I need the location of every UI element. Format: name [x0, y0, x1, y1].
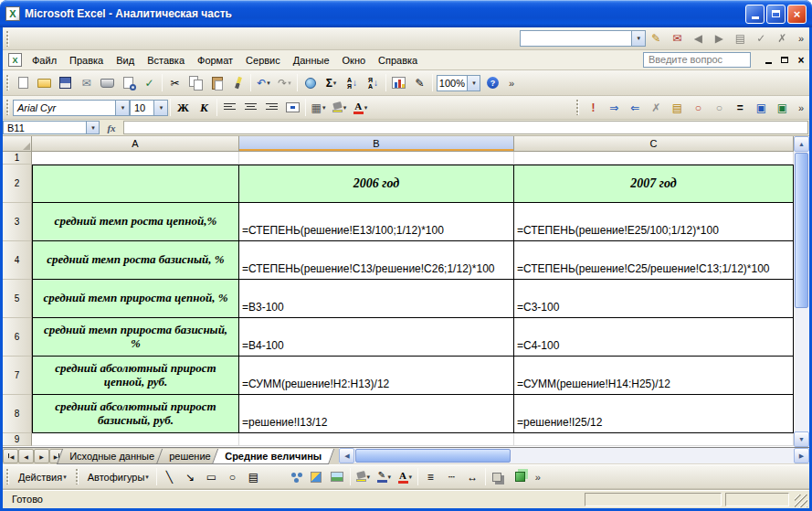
cell-B1[interactable]	[239, 152, 514, 165]
help-button[interactable]: ?	[482, 73, 503, 93]
trace-precedents-button[interactable]: ⇒	[604, 98, 625, 118]
scroll-right-button[interactable]: ▶	[794, 448, 809, 463]
cell-C3[interactable]: =СТЕПЕНЬ(решение!E25/100;1/12)*100	[514, 203, 794, 241]
cell-C1[interactable]	[514, 152, 794, 165]
open-button[interactable]	[34, 73, 55, 93]
toolbar-grip[interactable]	[6, 469, 9, 484]
new-comment-button[interactable]: ▤	[667, 98, 688, 118]
column-header-c[interactable]: C	[514, 136, 794, 152]
close-button[interactable]: ×	[787, 5, 807, 24]
watch-window-button[interactable]: ▣	[751, 98, 772, 118]
sort-descending-button[interactable]: ЯА ↓	[363, 73, 384, 93]
trace-dependents-button[interactable]: ⇐	[625, 98, 646, 118]
row-header-2[interactable]: 2	[3, 165, 32, 203]
update-file-button[interactable]: ✓	[751, 28, 772, 48]
line-color-button[interactable]: ✎▾	[374, 467, 395, 487]
bold-button[interactable]: Ж	[173, 98, 194, 118]
minimize-button[interactable]	[745, 5, 765, 24]
chart-wizard-button[interactable]	[388, 73, 409, 93]
align-center-button[interactable]	[240, 98, 261, 118]
font-dropdown-button[interactable]: ▾	[115, 101, 129, 115]
cell-B4[interactable]: =СТЕПЕНЬ(решение!C13/решение!C26;1/12)*1…	[239, 241, 514, 280]
line-tool-button[interactable]: ╲	[159, 467, 180, 487]
toolbar-grip[interactable]	[76, 469, 79, 484]
font-color-button[interactable]: А▾	[350, 98, 371, 118]
mail-recipient-button[interactable]: ✉	[667, 28, 688, 48]
horizontal-scrollbar[interactable]: ◀ ▶	[339, 448, 809, 463]
paste-button[interactable]	[206, 73, 227, 93]
copy-button[interactable]	[185, 73, 206, 93]
cell-C9[interactable]	[514, 433, 794, 446]
rectangle-tool-button[interactable]: ▭	[201, 467, 222, 487]
restore-button[interactable]	[766, 5, 786, 24]
hyperlink-button[interactable]	[300, 73, 321, 93]
toolbar-grip[interactable]	[6, 100, 9, 115]
cell-A7[interactable]: средний абсолютный прирост цепной, руб.	[32, 357, 239, 395]
save-button[interactable]	[55, 73, 76, 93]
cell-C5[interactable]: =C3-100	[514, 280, 794, 318]
insert-function-button[interactable]: fx	[100, 121, 123, 134]
wordart-button[interactable]	[264, 467, 285, 487]
column-header-a[interactable]: A	[32, 136, 239, 152]
dash-style-button[interactable]: ┄	[441, 467, 462, 487]
row-header-5[interactable]: 5	[3, 280, 32, 318]
toolbar-options-chevron[interactable]: »	[793, 33, 809, 44]
end-review-button[interactable]: ✗	[772, 28, 793, 48]
error-checking-button[interactable]: !	[583, 98, 604, 118]
cell-A6[interactable]: средний темп прироста базисный, %	[32, 318, 239, 357]
fill-color-button[interactable]: ▾	[353, 467, 374, 487]
format-painter-button[interactable]	[227, 73, 248, 93]
cell-B2[interactable]: 2006 год	[239, 165, 514, 203]
insert-picture-button[interactable]	[327, 467, 348, 487]
show-comment-button[interactable]: ▤	[730, 28, 751, 48]
reviewing-combobox[interactable]: ▾	[520, 30, 646, 47]
horizontal-scroll-thumb[interactable]	[355, 449, 511, 463]
cell-B5[interactable]: =B3-100	[239, 280, 514, 318]
circle-invalid-data-button[interactable]: ○	[688, 98, 709, 118]
cell-B9[interactable]	[239, 433, 514, 446]
cell-B6[interactable]: =B4-100	[239, 318, 514, 357]
borders-button[interactable]: ▦▾	[308, 98, 329, 118]
row-header-9[interactable]: 9	[3, 433, 32, 446]
toolbar-grip[interactable]	[6, 75, 9, 90]
horizontal-scroll-track[interactable]	[354, 448, 794, 463]
cell-A3[interactable]: средний темп роста цепной,%	[32, 203, 239, 241]
combobox-dropdown-button[interactable]: ▾	[631, 31, 645, 46]
workbook-close-button[interactable]: ×	[794, 54, 808, 67]
draw-actions-button[interactable]: Действия▾	[13, 467, 72, 486]
cell-C2[interactable]: 2007 год	[514, 165, 794, 203]
new-document-button[interactable]	[13, 73, 34, 93]
print-button[interactable]	[97, 73, 118, 93]
font-color-button[interactable]: А▾	[395, 467, 416, 487]
clear-validation-circles-button[interactable]: ○	[709, 98, 730, 118]
line-style-button[interactable]: ≡	[420, 467, 441, 487]
font-size-combobox[interactable]: 10 ▾	[130, 100, 168, 116]
name-box-dropdown-button[interactable]: ▾	[86, 122, 99, 133]
cut-button[interactable]: ✂	[164, 73, 185, 93]
cell-A4[interactable]: средний темп роста базисный, %	[32, 241, 239, 280]
previous-comment-button[interactable]: ◀	[688, 28, 709, 48]
scroll-left-button[interactable]: ◀	[339, 448, 354, 463]
arrow-tool-button[interactable]: ↘	[180, 467, 201, 487]
menu-format[interactable]: Формат	[191, 52, 239, 69]
next-sheet-button[interactable]: ▶	[34, 449, 49, 463]
print-preview-button[interactable]	[118, 73, 139, 93]
menu-edit[interactable]: Правка	[63, 52, 110, 69]
next-comment-button[interactable]: ▶	[709, 28, 730, 48]
align-left-button[interactable]	[219, 98, 240, 118]
threed-style-button[interactable]	[509, 467, 530, 487]
cell-A2[interactable]	[32, 165, 239, 203]
row-header-8[interactable]: 8	[3, 395, 32, 433]
first-sheet-button[interactable]: ◀	[3, 449, 18, 463]
align-right-button[interactable]	[261, 98, 282, 118]
resize-grip[interactable]	[795, 495, 807, 507]
question-box[interactable]: Введите вопрос	[643, 52, 751, 68]
vertical-scroll-thumb[interactable]	[795, 153, 808, 308]
row-header-6[interactable]: 6	[3, 318, 32, 357]
cell-A1[interactable]	[32, 152, 239, 165]
evaluate-formula-button[interactable]: =	[730, 98, 751, 118]
shadow-style-button[interactable]	[488, 467, 509, 487]
scroll-down-button[interactable]: ▼	[794, 431, 809, 447]
show-formulas-button[interactable]: ▣	[772, 98, 793, 118]
name-box[interactable]: B11 ▾	[3, 121, 100, 134]
